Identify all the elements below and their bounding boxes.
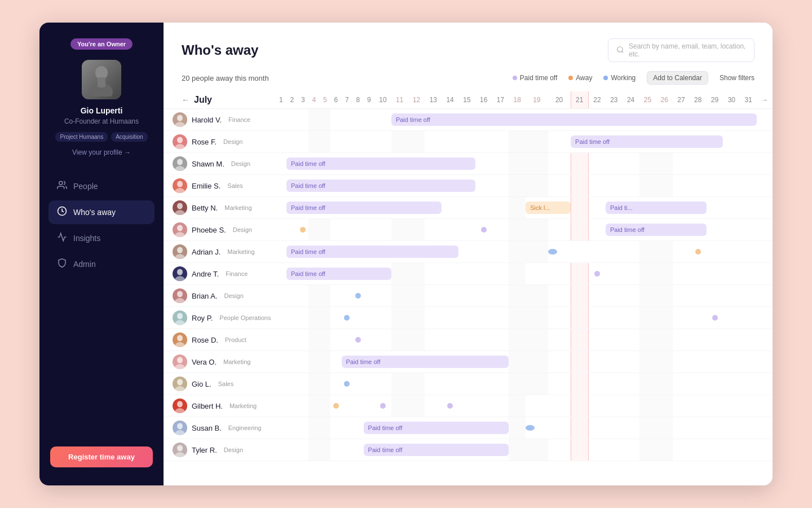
empty-day-cell [707,285,723,307]
empty-day-cell [673,153,690,175]
sidebar-item-whos-away-label: Who's away [73,208,116,217]
event-cell-dot [707,307,723,329]
empty-day-cell [606,175,623,197]
empty-day-cell [639,307,656,329]
empty-day-cell [571,307,588,329]
empty-day-cell [509,241,526,263]
empty-day-cell [475,197,492,219]
day-header-8: 8 [352,91,364,109]
empty-day-cell [275,131,286,153]
prev-month-arrow[interactable]: ← [182,95,189,104]
empty-day-cell [330,329,342,351]
empty-day-cell [623,329,639,351]
day-header-21: 21 [571,91,588,109]
person-avatar [173,244,187,259]
empty-day-cell [320,395,331,417]
event-bar: Paid time off [286,179,475,192]
person-name: Rose D. [192,336,218,344]
empty-day-cell [364,395,375,417]
empty-day-cell [458,373,475,395]
calendar-table: ←July12345678910111213141516171819202122… [164,91,773,461]
svg-point-26 [177,335,183,341]
empty-day-cell [740,219,757,241]
event-cell-dot [342,373,353,395]
empty-day-cell [571,439,588,461]
person-cell: Harold V.Finance [164,109,275,131]
sidebar-item-admin-label: Admin [73,260,96,269]
empty-day-cell [298,373,309,395]
empty-day-cell [509,263,526,285]
table-row: Emilie S.SalesPaid time off [164,175,773,197]
event-cell: Paid time off [364,439,509,461]
svg-point-24 [177,313,183,319]
empty-day-cell [639,175,656,197]
empty-day-cell [275,153,286,175]
person-name: Adrian J. [192,248,220,256]
add-to-calendar-button[interactable]: Add to Calendar [647,71,708,85]
person-avatar [173,421,187,435]
sidebar-item-admin[interactable]: Admin [48,252,155,276]
empty-day-cell [673,395,690,417]
search-bar[interactable]: Search by name, email, team, location, e… [608,38,754,62]
empty-day-cell [509,307,526,329]
next-month-arrow[interactable]: → [757,91,773,109]
event-bar: Paid ti... [606,202,707,214]
empty-day-cell [374,285,391,307]
person-name: Gilbert H. [192,402,223,410]
empty-day-cell [364,285,375,307]
empty-day-cell [571,263,588,285]
empty-day-cell [690,153,707,175]
empty-day-cell [286,351,298,373]
person-name: Susan B. [192,424,222,432]
empty-day-cell [509,351,526,373]
main-header: Who's away Search by name, email, team, … [164,23,773,71]
sidebar-item-whos-away[interactable]: Who's away [48,200,155,224]
svg-point-30 [177,379,183,386]
empty-day-cell [571,373,588,395]
svg-point-32 [177,401,183,408]
show-filters-button[interactable]: Show filters [720,74,754,82]
event-cell [548,241,589,263]
table-row: Roy P.People Operations [164,307,773,329]
empty-day-cell [740,417,757,439]
sidebar-item-people[interactable]: People [48,174,155,198]
person-department: Sales [218,380,234,387]
row-filler [757,395,773,417]
person-department: Marketing [227,248,254,255]
person-department: Marketing [224,204,251,211]
day-header-24: 24 [623,91,639,109]
view-profile-link[interactable]: View your profile → [72,148,131,156]
person-cell: Susan B.Engineering [164,417,275,439]
empty-day-cell [286,373,298,395]
person-cell: Rose D.Product [164,329,275,351]
person-department: Design [231,160,250,167]
svg-point-25 [174,320,186,325]
register-time-away-button[interactable]: Register time away [50,446,153,467]
empty-day-cell [623,351,639,373]
empty-day-cell [408,285,425,307]
empty-day-cell [308,329,320,351]
tag-project: Project Humaans [55,132,108,142]
event-cell-dot [690,241,707,263]
empty-day-cell [548,307,571,329]
event-cell-dot [342,307,353,329]
empty-day-cell [740,197,757,219]
empty-day-cell [740,153,757,175]
empty-day-cell [352,109,364,131]
empty-day-cell [275,439,286,461]
empty-day-cell [308,439,320,461]
empty-day-cell [298,285,309,307]
empty-day-cell [352,439,364,461]
empty-day-cell [606,285,623,307]
legend-working-label: Working [611,74,636,82]
day-header-29: 29 [707,91,723,109]
table-row: Brian A.Design [164,285,773,307]
empty-day-cell [606,373,623,395]
sidebar-item-insights[interactable]: Insights [48,226,155,250]
day-header-18: 18 [509,91,526,109]
empty-day-cell [391,329,408,351]
empty-day-cell [673,175,690,197]
table-row: Phoebe S.DesignPaid time off [164,219,773,241]
empty-day-cell [492,329,509,351]
event-cell-dot [374,395,391,417]
